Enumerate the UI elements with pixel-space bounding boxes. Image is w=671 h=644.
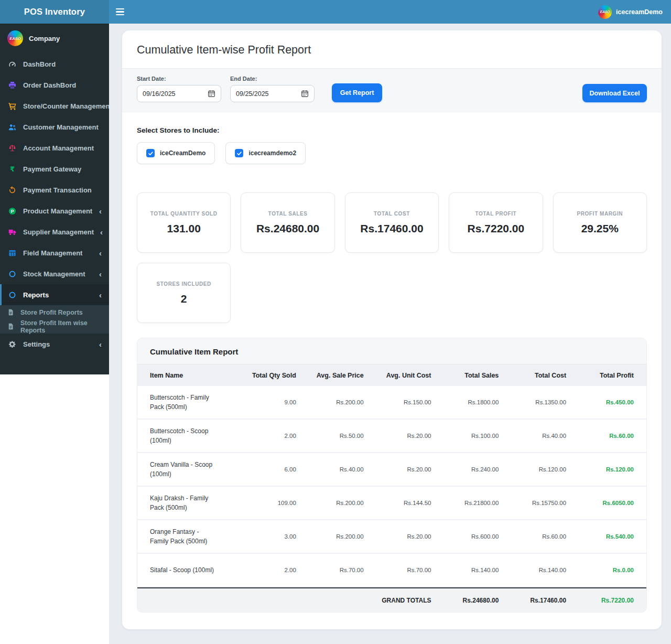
value-cell: Rs.240.00: [431, 466, 499, 473]
sidebar-subitem-store-profit-reports[interactable]: Store Profit Reports: [0, 305, 109, 319]
sidebar-subitem-store-profit-item-wise-reports[interactable]: Store Profit Item wise Reports: [0, 319, 109, 334]
value-cell: Rs.20.00: [364, 433, 431, 439]
item-name-cell: Sitafal - Scoop (100ml): [150, 565, 217, 575]
item-name-cell: Butterscotch - Family Pack (500ml): [150, 393, 217, 412]
table-row: Butterscotch - Scoop (100ml)2.00Rs.50.00…: [137, 420, 646, 453]
column-header: Total Sales: [431, 372, 499, 379]
summary-card-label: STORES INCLUDED: [157, 281, 211, 287]
sidebar-item-label: Payment Transaction: [23, 186, 92, 194]
users-icon: [7, 123, 17, 131]
grand-total-cost: Rs.17460.00: [499, 597, 566, 604]
item-name-cell: Kaju Draksh - Family Pack (500ml): [150, 493, 217, 512]
calendar-icon[interactable]: [208, 90, 215, 98]
value-cell: Rs.200.00: [296, 533, 364, 540]
chevron-left-icon: ‹: [100, 228, 103, 236]
end-date-value: 09/25/2025: [236, 90, 269, 98]
company-logo-icon: EASO: [7, 30, 23, 46]
sidebar-item-customer-management[interactable]: Customer Management: [0, 116, 109, 137]
sidebar-item-label: Stock Management: [23, 270, 85, 278]
sidebar-item-label: Reports: [23, 291, 49, 299]
value-cell: Rs.144.50: [364, 500, 431, 506]
value-cell: 2.00: [229, 567, 296, 573]
sidebar-item-stock-management[interactable]: Stock Management‹: [0, 263, 109, 284]
get-report-button[interactable]: Get Report: [332, 83, 382, 102]
start-date-input[interactable]: 09/16/2025: [137, 85, 221, 102]
value-cell: Rs.1800.00: [431, 399, 499, 405]
refresh-icon: [7, 186, 17, 194]
start-date-label: Start Date:: [137, 76, 221, 82]
summary-card-label: PROFIT MARGIN: [577, 211, 623, 217]
value-cell: Rs.40.00: [499, 433, 566, 439]
sidebar-menu: EASO Company DashBordOrder DashBordStore…: [0, 24, 109, 374]
store-options: iceCreamDemoicecreamdemo2: [137, 142, 647, 164]
value-cell: Rs.20.00: [364, 533, 431, 540]
chevron-left-icon: ‹: [99, 270, 102, 278]
sidebar-item-account-management[interactable]: Account Management: [0, 137, 109, 158]
grand-total-profit: Rs.7220.00: [566, 597, 634, 604]
store-option-icecreamdemo2[interactable]: icecreamdemo2: [225, 142, 306, 164]
value-cell: Rs.200.00: [296, 500, 364, 506]
svg-text:₹: ₹: [9, 165, 14, 173]
table-row: Kaju Draksh - Family Pack (500ml)109.00R…: [137, 487, 646, 520]
sidebar-item-payment-transaction[interactable]: Payment Transaction: [0, 179, 109, 200]
grand-total-sales: Rs.24680.00: [431, 597, 499, 604]
chevron-left-icon: ‹: [99, 340, 102, 348]
value-cell: Rs.21800.00: [431, 500, 499, 506]
download-excel-button[interactable]: Download Excel: [582, 84, 647, 102]
sidebar-item-label: DashBord: [23, 60, 56, 68]
value-cell: Rs.100.00: [431, 433, 499, 439]
sidebar-item-payment-gateway[interactable]: ₹Payment Gateway: [0, 158, 109, 179]
sidebar-item-label: Payment Gateway: [23, 165, 81, 173]
company-label: Company: [29, 35, 60, 42]
value-cell: Rs.70.00: [296, 567, 364, 573]
value-cell: Rs.60.00: [499, 533, 566, 540]
sidebar-item-product-management[interactable]: PProduct Management‹: [0, 200, 109, 221]
summary-card-value: Rs.7220.00: [468, 222, 525, 235]
item-name-cell: Cream Vanilla - Scoop (100ml): [150, 460, 217, 479]
user-menu[interactable]: EASO icecreamDemo: [598, 5, 663, 19]
table-row: Butterscotch - Family Pack (500ml)9.00Rs…: [137, 386, 646, 420]
summary-card: PROFIT MARGIN29.25%: [553, 192, 647, 253]
checkbox-checked-icon[interactable]: [146, 149, 155, 157]
column-header: Total Qty Sold: [229, 372, 296, 379]
item-name-cell: Butterscotch - Scoop (100ml): [150, 426, 217, 445]
sidebar-subitem-label: Store Profit Reports: [20, 309, 83, 316]
store-option-label: icecreamdemo2: [248, 149, 296, 157]
sidebar-item-label: Field Management: [23, 249, 82, 257]
sidebar-item-store-counter-management[interactable]: Store/Counter Management‹: [0, 95, 109, 116]
end-date-input[interactable]: 09/25/2025: [230, 85, 315, 102]
sidebar-subitem-label: Store Profit Item wise Reports: [20, 319, 102, 334]
scale-icon: [7, 144, 17, 152]
store-option-iceCreamDemo[interactable]: iceCreamDemo: [137, 142, 215, 164]
value-cell: 9.00: [229, 399, 296, 405]
value-cell: 6.00: [229, 466, 296, 473]
summary-card: TOTAL SALESRs.24680.00: [241, 192, 334, 253]
sidebar-item-dashbord[interactable]: DashBord: [0, 53, 109, 74]
sidebar-item-company[interactable]: EASO Company: [0, 24, 109, 53]
summary-card-label: TOTAL QUANTITY SOLD: [150, 211, 218, 217]
ring-icon: [7, 270, 17, 278]
calendar-icon[interactable]: [301, 90, 309, 98]
column-header: Total Profit: [566, 372, 634, 379]
table-body: Butterscotch - Family Pack (500ml)9.00Rs…: [137, 386, 646, 587]
summary-card: TOTAL QUANTITY SOLD131.00: [137, 192, 231, 253]
sidebar-item-order-dashbord[interactable]: Order DashBord: [0, 74, 109, 95]
menu-toggle-icon[interactable]: [116, 7, 126, 17]
value-cell: Rs.20.00: [364, 466, 431, 473]
item-name-cell: Orange Fantasy - Family Pack (500ml): [150, 527, 217, 546]
summary-card: TOTAL PROFITRs.7220.00: [449, 192, 543, 253]
sidebar-item-supplier-management[interactable]: Supplier Management‹: [0, 221, 109, 242]
sidebar-item-reports[interactable]: Reports‹: [0, 284, 109, 305]
summary-card-label: TOTAL COST: [374, 211, 410, 217]
checkbox-checked-icon[interactable]: [235, 149, 243, 157]
summary-card-value: 131.00: [167, 222, 201, 235]
summary-cards: TOTAL QUANTITY SOLD131.00TOTAL SALESRs.2…: [137, 192, 647, 323]
summary-card: TOTAL COSTRs.17460.00: [345, 192, 439, 253]
chevron-left-icon: ‹: [99, 291, 102, 299]
sidebar-item-field-management[interactable]: Field Management‹: [0, 242, 109, 263]
value-cell: Rs.1350.00: [499, 399, 566, 405]
sidebar-item-settings[interactable]: Settings‹: [0, 334, 109, 355]
column-header: Item Name: [150, 372, 229, 379]
truck-icon: [7, 228, 17, 236]
summary-card-label: TOTAL SALES: [268, 211, 308, 217]
